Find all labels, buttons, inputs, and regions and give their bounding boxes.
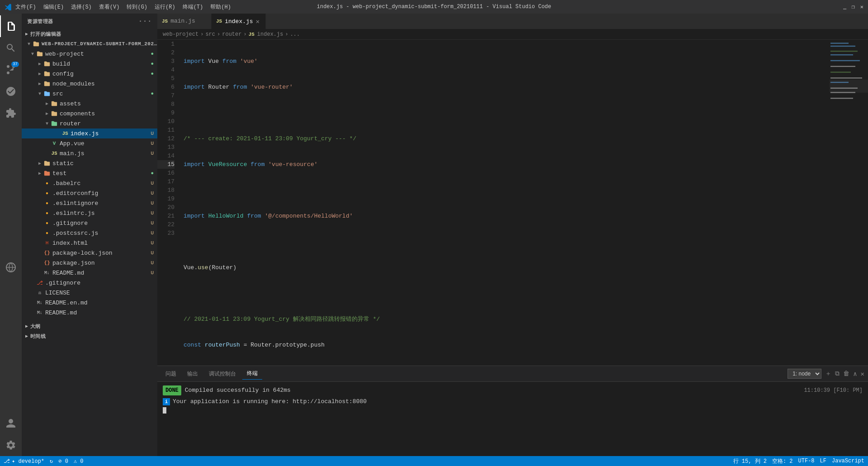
terminal-split-button[interactable]: ⧉ [835,370,840,377]
tree-root-gitignore[interactable]: ▶ ⎇ .gitignore [22,278,157,288]
breadcrumb-ellipsis[interactable]: ... [290,31,300,38]
status-sync[interactable]: ↻ [50,458,53,465]
breadcrumb-index-js[interactable]: index.js [257,31,283,38]
activity-account[interactable] [0,413,22,434]
tree-router-index-js[interactable]: ▶ JS index.js U [22,128,157,138]
activity-git[interactable]: 37 [0,59,22,81]
terminal-timestamp: 11:10:39 [F10: PM] [804,386,863,395]
tab-index-js[interactable]: JS index.js ✕ [212,14,266,29]
status-spaces[interactable]: 空格: 2 [772,457,793,465]
tab-close-icon[interactable]: ✕ [256,18,259,25]
tree-router[interactable]: ▼ router [22,119,157,128]
tree-root[interactable]: ▼ WEB-PROJECT_DYNAMIC-SUBMIT-FORM_202101… [22,39,157,49]
menu-run[interactable]: 运行(R) [155,3,175,11]
tree-readme[interactable]: ▶ M↓ README.md U [22,268,157,278]
tab-main-js[interactable]: JS main.js [157,14,212,29]
tree-editorconfig[interactable]: ▶ ● .editorconfig U [22,188,157,198]
tree-gitignore[interactable]: ▶ ● .gitignore U [22,218,157,228]
tree-web-project[interactable]: ▼ web-project ● [22,49,157,59]
tab-terminal[interactable]: 终端 [242,368,262,380]
tree-package-json[interactable]: ▶ {} package.json U [22,258,157,268]
tree-postcssrc[interactable]: ▶ ● .postcssrc.js U [22,228,157,238]
tab-debug-console[interactable]: 调试控制台 [204,368,241,380]
main-js-icon: JS [51,150,58,157]
status-branch[interactable]: ⎇ ✦ develop* [4,458,44,465]
terminal-node-select[interactable]: 1: node [788,369,821,379]
tree-package-lock[interactable]: ▶ {} package-lock.json U [22,248,157,258]
src-badge: ● [151,91,154,96]
tree-assets[interactable]: ▶ assets [22,99,157,109]
package-lock-badge: U [151,250,154,256]
menu-edit[interactable]: 编辑(E) [43,3,64,11]
menu-goto[interactable]: 转到(G) [127,3,147,11]
breadcrumb-sep-4: › [285,31,288,38]
tree-config[interactable]: ▶ config ● [22,69,157,79]
terminal-cursor-line [163,407,863,417]
encoding-label: UTF-8 [798,458,815,464]
sidebar-more-icon[interactable]: ··· [138,17,152,25]
assets-arrow-icon: ▶ [43,100,51,107]
terminal-body[interactable]: DONE Compiled successfully in 642ms 11:1… [157,382,868,456]
tree-src[interactable]: ▼ src ● [22,89,157,99]
tree-babelrc[interactable]: ▶ ● .babelrc U [22,178,157,188]
activity-remote[interactable] [0,257,22,278]
activity-debug[interactable] [0,81,22,102]
activity-search[interactable] [0,37,22,59]
svg-rect-14 [830,80,868,93]
tree-eslintignore[interactable]: ▶ ● .eslintignore U [22,198,157,208]
breadcrumb-src[interactable]: src [205,31,215,38]
main-layout: 37 [0,14,868,456]
activity-explorer[interactable] [0,15,22,37]
tree-static[interactable]: ▶ static [22,158,157,168]
terminal-close-button[interactable]: ✕ [861,370,864,378]
maximize-button[interactable]: ❐ [852,4,855,10]
menu-terminal[interactable]: 终端(T) [183,3,203,11]
status-eol[interactable]: LF [820,458,826,464]
open-editors-section[interactable]: ▶ 打开的编辑器 [22,29,157,39]
svg-rect-2 [830,43,849,43]
tree-test[interactable]: ▶ test ● [22,168,157,178]
components-arrow-icon: ▶ [43,110,51,117]
status-language[interactable]: JavaScript [832,458,864,464]
tree-app-vue[interactable]: ▶ V App.vue U [22,138,157,148]
root-folder-icon [33,40,40,48]
menu-select[interactable]: 选择(S) [71,3,92,11]
terminal-trash-button[interactable]: 🗑 [843,370,849,377]
outline-section[interactable]: ▶ 大纲 [22,321,157,331]
breadcrumb-web-project[interactable]: web-project [163,31,198,38]
tree-main-js[interactable]: ▶ JS main.js U [22,148,157,158]
status-line-col[interactable]: 行 15, 列 2 [733,457,767,465]
tree-components[interactable]: ▶ components [22,109,157,119]
menu-view[interactable]: 查看(V) [99,3,120,11]
terminal-collapse-button[interactable]: ∧ [853,370,857,378]
root-label: WEB-PROJECT_DYNAMIC-SUBMIT-FORM_20210111 [42,41,157,47]
menu-file[interactable]: 文件(F) [15,3,36,11]
timeline-section[interactable]: ▶ 时间线 [22,331,157,341]
tree-node-modules[interactable]: ▶ node_modules [22,79,157,89]
minimize-button[interactable]: ⎯ [843,4,846,10]
menu-help[interactable]: 帮助(H) [210,3,231,11]
open-editors-label: 打开的编辑器 [30,31,61,38]
activity-extensions[interactable] [0,102,22,124]
close-button[interactable]: ✕ [860,4,863,10]
breadcrumb-router[interactable]: router [222,31,241,38]
tree-root-readme[interactable]: ▶ M↓ README.md [22,308,157,318]
tree-license[interactable]: ▶ ⚖ LICENSE [22,288,157,298]
tree-readme-en[interactable]: ▶ M↓ README.en.md [22,298,157,308]
status-errors[interactable]: ⊘ 0 [58,458,68,465]
status-warnings[interactable]: ⚠ 0 [74,458,84,465]
sidebar-content[interactable]: ▶ 打开的编辑器 ▼ WEB-PROJECT_DYNAMIC-SUBMIT-FO… [22,29,157,456]
terminal-add-button[interactable]: ＋ [825,370,831,378]
tab-problems[interactable]: 问题 [161,368,181,380]
status-encoding[interactable]: UTF-8 [798,458,815,464]
sync-icon: ↻ [50,458,53,465]
tab-output[interactable]: 输出 [183,368,203,380]
tree-index-html[interactable]: ▶ H index.html U [22,238,157,248]
code-editor-container[interactable]: 12345 678910 1112131415 1617181920 21222… [157,40,868,366]
tree-eslintrc[interactable]: ▶ ● .eslintrc.js U [22,208,157,218]
tree-build[interactable]: ▶ build ● [22,59,157,69]
activity-settings[interactable] [0,434,22,456]
done-badge: DONE [163,385,181,395]
package-lock-icon: {} [43,249,51,257]
branch-icon: ⎇ [4,458,10,465]
